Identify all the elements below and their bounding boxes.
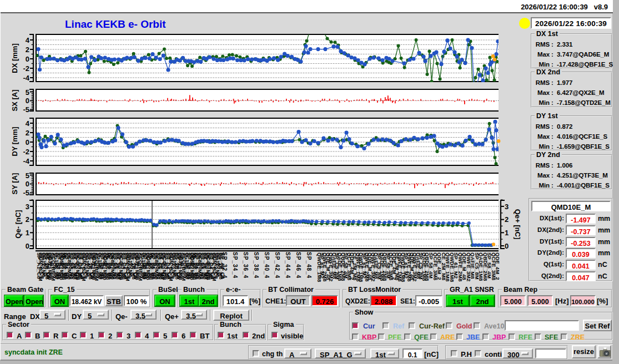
svg-text:SP_44_4: SP_44_4 bbox=[285, 252, 291, 279]
svg-text:3: 3 bbox=[505, 203, 509, 211]
svg-text:SP_32_4: SP_32_4 bbox=[222, 252, 228, 279]
svg-text:0: 0 bbox=[26, 138, 29, 146]
svg-text:1: 1 bbox=[26, 229, 29, 237]
svg-text:3: 3 bbox=[26, 203, 29, 211]
svg-text:SY [A]: SY [A] bbox=[11, 173, 19, 195]
svg-text:SP_36_4: SP_36_4 bbox=[243, 252, 249, 279]
svg-text:SP_46_4: SP_46_4 bbox=[295, 252, 301, 279]
svg-text:5: 5 bbox=[26, 171, 29, 180]
svg-text:0: 0 bbox=[505, 242, 509, 250]
svg-text:-2: -2 bbox=[23, 64, 29, 73]
svg-text:SX [A]: SX [A] bbox=[11, 90, 19, 112]
svg-text:2: 2 bbox=[505, 215, 509, 224]
svg-text:-4: -4 bbox=[23, 157, 29, 165]
svg-text:2: 2 bbox=[26, 215, 29, 224]
svg-text:4: 4 bbox=[26, 119, 30, 128]
svg-text:QDE_4M_2: QDE_4M_2 bbox=[495, 252, 501, 280]
svg-text:SP_40_4: SP_40_4 bbox=[264, 252, 270, 279]
svg-text:DX [mm]: DX [mm] bbox=[11, 43, 19, 73]
svg-text:SP_34_4: SP_34_4 bbox=[232, 252, 238, 279]
svg-text:5: 5 bbox=[26, 88, 29, 97]
svg-text:2: 2 bbox=[26, 46, 29, 54]
svg-text:4: 4 bbox=[26, 36, 30, 44]
svg-text:SP_48_4: SP_48_4 bbox=[306, 252, 312, 279]
svg-text:-2: -2 bbox=[23, 148, 29, 156]
svg-text:-5: -5 bbox=[23, 105, 29, 114]
svg-text:Qe- [nC]: Qe- [nC] bbox=[14, 210, 22, 238]
svg-text:0: 0 bbox=[26, 180, 29, 188]
svg-text:1: 1 bbox=[505, 229, 509, 237]
svg-text:0: 0 bbox=[26, 97, 29, 105]
svg-text:DY [mm]: DY [mm] bbox=[11, 127, 19, 156]
svg-text:SP_38_4: SP_38_4 bbox=[253, 252, 259, 279]
svg-text:Qe+ [nC]: Qe+ [nC] bbox=[514, 209, 522, 240]
svg-text:SP_42_4: SP_42_4 bbox=[274, 252, 280, 279]
svg-text:-5: -5 bbox=[23, 189, 29, 197]
svg-text:0: 0 bbox=[26, 55, 29, 63]
svg-text:2: 2 bbox=[26, 129, 29, 137]
svg-text:-4: -4 bbox=[23, 74, 29, 82]
svg-text:0: 0 bbox=[26, 242, 29, 250]
